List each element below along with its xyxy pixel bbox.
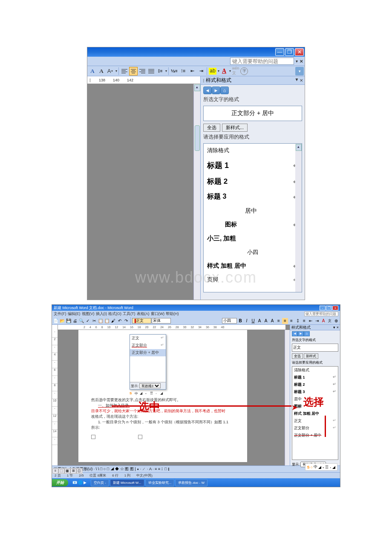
style-clear[interactable]: 清除格式 — [292, 367, 338, 374]
quicklaunch-icon[interactable]: ▶ — [84, 480, 86, 485]
align-justify-button[interactable] — [147, 67, 156, 75]
menu-file[interactable]: 文件(F) — [54, 311, 66, 317]
sogou-ime-bar[interactable]: S○中◢⬩☰⬪◢ — [305, 463, 337, 471]
style-normal[interactable]: 正文↵ — [292, 417, 338, 425]
view-reading-icon[interactable]: ◫ — [76, 468, 82, 474]
open-icon[interactable]: 📂 — [59, 318, 65, 324]
help-search-input[interactable] — [230, 58, 294, 65]
highlight-button[interactable]: ab — [208, 67, 217, 75]
popup-item-normal-part[interactable]: 正文部分↵ — [130, 342, 166, 349]
nav-back-button[interactable]: ◄ — [292, 331, 298, 336]
minimize-button[interactable]: - — [320, 306, 326, 310]
document-text[interactable]: 然后选中需要更改的文字,点击右面设置的样式即可。 一、如何加入目录. 目录不可少… — [91, 397, 234, 439]
print-icon[interactable]: 🖨 — [72, 318, 78, 324]
menu-insert[interactable]: 插入(I) — [96, 311, 107, 317]
char-shading-button[interactable]: A — [88, 67, 97, 75]
underline-button[interactable]: U — [250, 318, 256, 324]
toolbar-options-icon[interactable]: ▾ — [295, 67, 304, 75]
increase-indent-button[interactable]: ⇥ — [197, 67, 205, 75]
align-center-button[interactable]: ≡ — [282, 318, 288, 324]
document-scrollbar[interactable] — [285, 330, 290, 465]
line-spacing-button[interactable]: ‡ — [295, 318, 301, 324]
current-style-box[interactable]: 正文 — [292, 344, 338, 352]
char-button[interactable]: A — [263, 318, 269, 324]
view-web-icon[interactable]: ⬚ — [58, 468, 64, 474]
style-h3[interactable]: 标题 3↵ — [292, 388, 338, 396]
style-bold-center[interactable]: 样式 加粗 居中↵ — [204, 259, 302, 273]
italic-button[interactable]: I — [244, 318, 250, 324]
nav-home-button[interactable]: ⌂ — [304, 331, 310, 336]
restore-button[interactable]: ❐ — [285, 48, 294, 56]
menu-window[interactable]: 窗口(W) — [151, 311, 165, 317]
nav-forward-button[interactable]: ► — [212, 87, 220, 94]
menu-help[interactable]: 帮助(H) — [166, 311, 179, 317]
style-xiaosi[interactable]: 小四 — [204, 246, 302, 259]
numbered-list-button[interactable]: ⅓≡ — [170, 67, 179, 75]
current-style-box[interactable]: 正文部分 + 居中 — [203, 106, 302, 121]
help-dropdown-icon[interactable]: ▾ — [296, 59, 298, 64]
new-style-button[interactable]: 新样式... — [222, 124, 248, 132]
align-left-button[interactable]: ≡ — [276, 318, 282, 324]
style-normal-part[interactable]: 正文部分↵ — [292, 425, 338, 432]
nav-forward-button[interactable]: ► — [298, 331, 304, 336]
indent-button[interactable]: ⇤ — [308, 318, 314, 324]
font-color-button[interactable]: A — [320, 318, 326, 324]
paste-icon[interactable]: 📋 — [104, 318, 110, 324]
document-page[interactable]: 正文↵ 正文部分↵ 正文部分 + 居中 显示: 有效格式 S中◢⬩☰⬪◢ 然后选… — [78, 330, 247, 462]
nav-home-button[interactable]: ⌂ — [220, 87, 229, 94]
font-name-selector[interactable]: 宋体 — [152, 318, 171, 324]
dropdown-icon[interactable]: ▾ — [218, 69, 219, 73]
help-close-icon[interactable]: × — [300, 58, 303, 64]
style-selector[interactable]: ▐正文 — [132, 318, 151, 324]
view-normal-icon[interactable]: ≡ — [52, 468, 58, 474]
align-right-button[interactable]: ≡ — [288, 318, 294, 324]
close-button[interactable]: × — [332, 306, 338, 310]
menu-table[interactable]: 表格(A) — [137, 311, 150, 317]
scroll-up-button[interactable]: ▴ — [194, 84, 200, 91]
enclose-button[interactable]: ⊕ — [333, 318, 339, 324]
style-heading1[interactable]: 标题 1↵ — [204, 157, 302, 173]
redo-icon[interactable]: ↷ — [123, 318, 129, 324]
indent-button[interactable]: ⇥ — [314, 318, 320, 324]
style-h2[interactable]: 标题 2↵ — [292, 381, 338, 388]
align-left-button[interactable] — [120, 67, 129, 75]
style-heading3[interactable]: 标题 3↵ — [204, 189, 302, 204]
bulleted-list-button[interactable]: ⁝≡ — [179, 67, 187, 75]
view-print-icon[interactable]: ▦ — [64, 468, 70, 474]
list-scrollbar[interactable]: ▴ — [295, 144, 302, 292]
dropdown-icon[interactable]: ▾ — [165, 69, 167, 73]
panel-dropdown-icon[interactable]: ▼ — [295, 77, 299, 84]
style-center[interactable]: 居中 — [204, 204, 302, 218]
close-button[interactable]: ✕ — [295, 48, 304, 56]
asian-layout-button[interactable]: wén文 — [231, 67, 240, 75]
style-footer[interactable]: 页脚↵ — [204, 273, 302, 286]
popup-item-normal[interactable]: 正文↵ — [130, 335, 166, 342]
list-button[interactable]: ≡ — [301, 318, 307, 324]
menu-edit[interactable]: 编辑(E) — [68, 311, 81, 317]
align-right-button[interactable] — [138, 67, 147, 75]
taskbar-item[interactable]: 毕业实验研究... — [145, 479, 175, 486]
style-center[interactable]: 居中 — [292, 396, 338, 403]
style-clear-format[interactable]: 清除格式 — [204, 144, 302, 157]
save-icon[interactable]: 💾 — [66, 318, 72, 324]
menu-format[interactable]: 格式(O) — [108, 311, 121, 317]
char-button[interactable]: A — [257, 318, 262, 324]
menu-tools[interactable]: 工具(T) — [123, 311, 135, 317]
style-icon[interactable]: 图标 — [292, 403, 338, 410]
font-size-selector[interactable]: 小四 — [222, 318, 237, 324]
taskbar-item[interactable]: 新建 Microsoft W... — [110, 479, 144, 486]
select-all-button[interactable]: 全选 — [203, 124, 220, 132]
align-center-button[interactable] — [129, 67, 138, 75]
menu-view[interactable]: 视图(V) — [82, 311, 95, 317]
dropdown-icon[interactable]: ▾ — [229, 69, 231, 73]
minimize-button[interactable]: — — [275, 48, 284, 56]
font-color-button[interactable]: A — [220, 67, 228, 75]
quicklaunch-icon[interactable]: 📧 — [72, 480, 77, 485]
style-heading2[interactable]: 标题 2↵ — [204, 173, 302, 189]
style-bold-center[interactable]: 样式 加粗 居中 — [292, 410, 338, 417]
char-effect-button[interactable]: A✦ — [106, 67, 115, 75]
document-scrollbar[interactable]: ▴ — [193, 84, 200, 300]
style-icon[interactable]: 图标↵ — [204, 218, 302, 231]
view-outline-icon[interactable]: ⊞ — [70, 468, 76, 474]
nav-back-button[interactable]: ◄ — [203, 87, 212, 94]
